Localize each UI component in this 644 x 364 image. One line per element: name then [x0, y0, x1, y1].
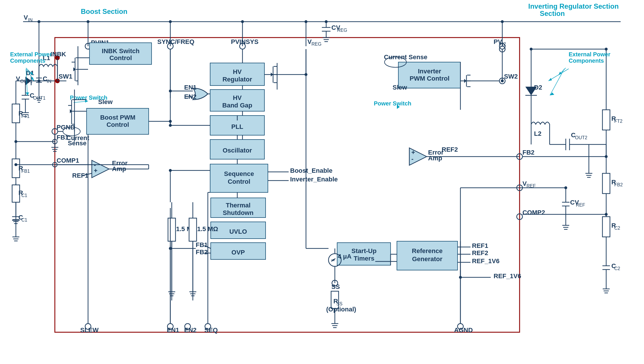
boost-enable-label: Boost_Enable — [290, 167, 333, 174]
inverting-section-label2: Section — [540, 10, 565, 17]
err-amp-r-label2: Amp — [428, 155, 442, 162]
svg-point-30 — [501, 20, 504, 23]
ref1v6-left-label: REF_1V6 — [494, 272, 521, 280]
thermal-text1: Thermal — [226, 202, 251, 209]
hv-reg-text1: HV — [233, 68, 242, 75]
ext-power-left-label: External Power — [10, 51, 52, 57]
cvref-sub: REF — [576, 203, 585, 207]
boost-section-label: Boost Section — [81, 8, 127, 15]
ss-label: SS — [331, 283, 340, 290]
vin-sub: IN — [28, 18, 33, 23]
hv-bg-text1: HV — [233, 94, 242, 101]
svg-point-37 — [38, 79, 40, 82]
en1-gate-label: EN1 — [184, 84, 197, 91]
agnd-label: AGND — [454, 326, 473, 334]
svg-point-63 — [14, 163, 17, 166]
rc1-sub: C1 — [21, 193, 27, 198]
ref-gen-text2: Generator — [412, 255, 443, 263]
inverter-enable-label: Inverter_Enable — [290, 176, 338, 183]
boost-pwm-text1: Boost PWM — [100, 114, 135, 121]
svg-point-22 — [325, 20, 328, 23]
pll-text: PLL — [231, 123, 243, 130]
svg-rect-121 — [168, 218, 176, 241]
ref2-out-label: REF2 — [472, 249, 488, 257]
current-sense-right-label: Current Sense — [384, 53, 427, 61]
sw1-label: SW1 — [59, 73, 72, 80]
inv-pwm-text1: Inverter — [418, 68, 441, 75]
hv-bg-text2: Band Gap — [222, 102, 252, 109]
svg-point-20 — [305, 20, 307, 23]
cout2-sub: OUT2 — [575, 135, 587, 140]
ovp-text: OVP — [232, 249, 245, 256]
svg-point-14 — [169, 20, 172, 23]
vin-label: V — [24, 14, 28, 21]
cc2-sub: C2 — [614, 266, 620, 271]
cc1-sub: C1 — [21, 218, 27, 222]
fb2-ovp-label: FB2 — [196, 248, 208, 256]
slew-pin-label: SLEW — [80, 326, 99, 334]
ref2-right-label: REF2 — [442, 146, 458, 153]
ref1-left-label: REF1 — [72, 172, 88, 179]
slew-right-label: Slew — [393, 84, 407, 91]
rfb2-sub: FB2 — [614, 182, 623, 187]
svg-rect-127 — [189, 218, 197, 241]
inbk-switch-text1: INBK Switch — [102, 47, 140, 55]
inv-pwm-text2: PWM Control — [410, 75, 449, 82]
en2-gate-label: EN2 — [184, 93, 197, 100]
svg-point-267 — [169, 247, 172, 250]
vreg-sub: REG — [311, 42, 322, 47]
pgnd-label: PGND — [57, 124, 75, 131]
uvlo-text: UVLO — [229, 228, 247, 235]
ref-gen-text1: Reference — [412, 247, 443, 255]
rfb1-sub: FB1 — [21, 169, 30, 174]
boost-pwm-text2: Control — [107, 121, 129, 128]
err-amp-r-minus: - — [411, 155, 413, 162]
seq-ctrl-text2: Control — [228, 178, 250, 185]
ref1-out-label: REF1 — [472, 242, 488, 249]
inbk-switch-text2: Control — [109, 54, 132, 62]
ref1v6-out-label: REF_1V6 — [472, 257, 499, 265]
cout1-sub: OUT1 — [33, 96, 46, 101]
pvin2-sub: IN2 — [499, 42, 506, 47]
cvreg-sub: REG — [337, 28, 347, 33]
thermal-text2: Shutdown — [223, 209, 253, 216]
svg-rect-212 — [602, 110, 610, 130]
en2-pin-label: EN2 — [184, 326, 197, 334]
current-sense-boost-label2: Sense — [68, 140, 87, 147]
ext-power-left-label2: Components — [10, 57, 45, 64]
rc2-sub: C2 — [614, 226, 620, 231]
vref-label: V — [522, 180, 527, 187]
comp1-label: COMP1 — [57, 157, 79, 164]
seq-ctrl-text1: Sequence — [224, 170, 254, 177]
svg-point-165 — [501, 79, 504, 82]
syncfreq-label: SYNC/FREQ — [157, 38, 194, 45]
en1-pin-label: EN1 — [167, 326, 179, 334]
svg-point-11 — [87, 20, 89, 23]
fb1-ovp-label: FB1 — [196, 241, 208, 248]
svg-point-256 — [169, 169, 172, 172]
inverting-section-label: Inverting Regulator Section — [528, 2, 619, 10]
svg-point-237 — [605, 213, 608, 216]
hv-reg-text2: Regulator — [223, 76, 252, 83]
l2-label: L2 — [534, 130, 542, 137]
ext-power-right-label: External Power — [569, 51, 611, 57]
svg-point-3 — [38, 20, 40, 23]
startup-text2: Timers — [354, 255, 374, 262]
startup-text1: Start-Up — [352, 247, 377, 255]
rft2-sub: FT2 — [614, 119, 623, 124]
pvinsys-label: PVINSYS — [231, 38, 258, 45]
error-amp-plus: + — [94, 167, 98, 174]
seq-pin-label: SEQ — [204, 326, 218, 334]
ext-power-right-label2: Components — [569, 57, 604, 64]
comp2-label: COMP2 — [522, 209, 545, 216]
cin-sub: IN — [47, 79, 51, 84]
optional-label: (Optional) — [326, 306, 356, 313]
current-src-label: 4 μA — [338, 253, 352, 260]
svg-rect-217 — [602, 217, 610, 237]
inbk-label: INBK — [51, 51, 66, 58]
fb2-pin-label: FB2 — [522, 149, 535, 156]
d2-label: D2 — [534, 84, 542, 91]
rft1-sub: FT1 — [21, 114, 30, 119]
svg-rect-216 — [602, 173, 610, 194]
svg-point-17 — [241, 20, 244, 23]
